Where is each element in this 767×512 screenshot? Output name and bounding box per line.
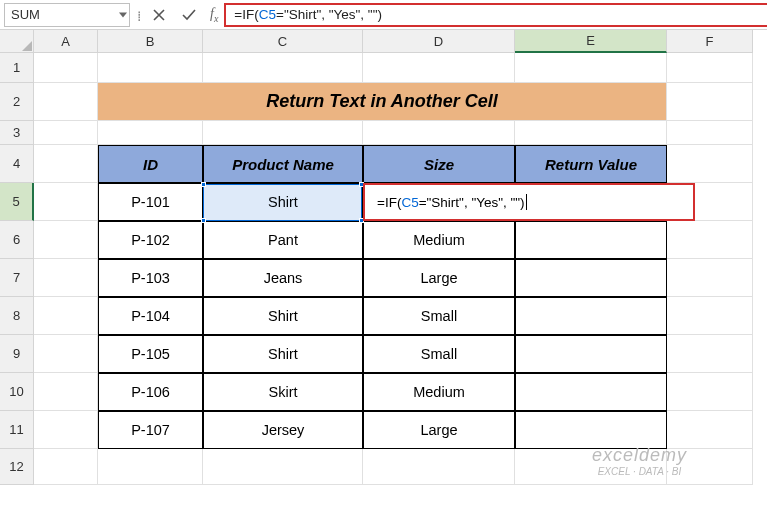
fx-icon[interactable]: fx (210, 6, 218, 24)
cell[interactable] (34, 449, 98, 485)
row-header-3[interactable]: 3 (0, 121, 34, 145)
col-header-f[interactable]: F (667, 30, 753, 53)
row-header-2[interactable]: 2 (0, 83, 34, 121)
td-id[interactable]: P-106 (98, 373, 203, 411)
row-header-9[interactable]: 9 (0, 335, 34, 373)
cell[interactable] (34, 121, 98, 145)
cell[interactable] (203, 449, 363, 485)
cell[interactable] (203, 53, 363, 83)
td-pname[interactable]: Skirt (203, 373, 363, 411)
col-header-e[interactable]: E (515, 30, 667, 53)
cell[interactable] (667, 121, 753, 145)
td-rv[interactable] (515, 259, 667, 297)
cell[interactable] (34, 221, 98, 259)
td-rv[interactable] (515, 411, 667, 449)
td-rv[interactable] (515, 297, 667, 335)
cell[interactable] (98, 449, 203, 485)
row-9: 9 P-105 Shirt Small (0, 335, 767, 373)
cell[interactable] (667, 83, 753, 121)
cell[interactable] (34, 259, 98, 297)
formula-text-pre: =IF( (234, 7, 258, 22)
cell[interactable] (667, 259, 753, 297)
cancel-button[interactable] (144, 2, 174, 28)
cell[interactable] (667, 411, 753, 449)
td-pname[interactable]: Jersey (203, 411, 363, 449)
cell[interactable] (34, 183, 98, 221)
cell[interactable] (203, 121, 363, 145)
row-header-4[interactable]: 4 (0, 145, 34, 183)
td-rv[interactable] (515, 221, 667, 259)
row-header-5[interactable]: 5 (0, 183, 34, 221)
formula-ref: C5 (259, 7, 276, 22)
th-pname[interactable]: Product Name (203, 145, 363, 183)
cell[interactable] (667, 53, 753, 83)
row-header-8[interactable]: 8 (0, 297, 34, 335)
td-size[interactable]: Medium (363, 221, 515, 259)
x-icon (151, 7, 167, 23)
cell[interactable] (98, 121, 203, 145)
enter-button[interactable] (174, 2, 204, 28)
td-size[interactable]: Large (363, 259, 515, 297)
cell[interactable] (667, 221, 753, 259)
cell[interactable] (363, 53, 515, 83)
th-id[interactable]: ID (98, 145, 203, 183)
row-header-1[interactable]: 1 (0, 53, 34, 83)
cell[interactable] (515, 121, 667, 145)
row-header-10[interactable]: 10 (0, 373, 34, 411)
th-size[interactable]: Size (363, 145, 515, 183)
cell[interactable] (34, 297, 98, 335)
td-size[interactable]: Small (363, 335, 515, 373)
col-header-b[interactable]: B (98, 30, 203, 53)
cell-formula-post: ="Shirt", "Yes", "") (419, 195, 525, 210)
td-pname[interactable]: Jeans (203, 259, 363, 297)
check-icon (181, 7, 197, 23)
cell[interactable] (667, 145, 753, 183)
watermark-small: EXCEL · DATA · BI (592, 466, 687, 477)
spreadsheet-grid[interactable]: A B C D E F 1 2 Return Text in Another C… (0, 30, 767, 485)
cell[interactable] (515, 53, 667, 83)
td-size[interactable]: Small (363, 297, 515, 335)
cell[interactable] (363, 121, 515, 145)
cell[interactable] (34, 83, 98, 121)
select-all-button[interactable] (0, 30, 34, 53)
td-id[interactable]: P-103 (98, 259, 203, 297)
watermark: exceldemy EXCEL · DATA · BI (592, 446, 687, 477)
title-banner[interactable]: Return Text in Another Cell (98, 83, 667, 121)
name-box[interactable]: SUM (4, 3, 130, 27)
row-header-7[interactable]: 7 (0, 259, 34, 297)
col-header-c[interactable]: C (203, 30, 363, 53)
td-id[interactable]: P-107 (98, 411, 203, 449)
cell[interactable] (667, 335, 753, 373)
cell[interactable] (34, 335, 98, 373)
col-header-a[interactable]: A (34, 30, 98, 53)
row-header-12[interactable]: 12 (0, 449, 34, 485)
td-pname[interactable]: Shirt (203, 297, 363, 335)
chevron-down-icon[interactable] (119, 12, 127, 17)
cell[interactable] (34, 373, 98, 411)
td-id[interactable]: P-101 (98, 183, 203, 221)
cell[interactable] (34, 411, 98, 449)
td-pname[interactable]: Shirt (203, 183, 363, 221)
cell[interactable] (34, 53, 98, 83)
formula-bar: SUM ⁞ fx =IF(C5="Shirt", "Yes", "") (0, 0, 767, 30)
col-header-d[interactable]: D (363, 30, 515, 53)
cell-formula-editor[interactable]: =IF(C5="Shirt", "Yes", "") (363, 183, 695, 221)
td-id[interactable]: P-104 (98, 297, 203, 335)
cell[interactable] (667, 297, 753, 335)
td-rv[interactable] (515, 373, 667, 411)
cell[interactable] (34, 145, 98, 183)
formula-input[interactable]: =IF(C5="Shirt", "Yes", "") (224, 3, 767, 27)
th-rv[interactable]: Return Value (515, 145, 667, 183)
td-id[interactable]: P-102 (98, 221, 203, 259)
row-header-6[interactable]: 6 (0, 221, 34, 259)
row-header-11[interactable]: 11 (0, 411, 34, 449)
cell[interactable] (98, 53, 203, 83)
td-pname[interactable]: Shirt (203, 335, 363, 373)
td-pname[interactable]: Pant (203, 221, 363, 259)
td-size[interactable]: Large (363, 411, 515, 449)
td-rv[interactable] (515, 335, 667, 373)
cell[interactable] (667, 373, 753, 411)
td-size[interactable]: Medium (363, 373, 515, 411)
cell[interactable] (363, 449, 515, 485)
td-id[interactable]: P-105 (98, 335, 203, 373)
